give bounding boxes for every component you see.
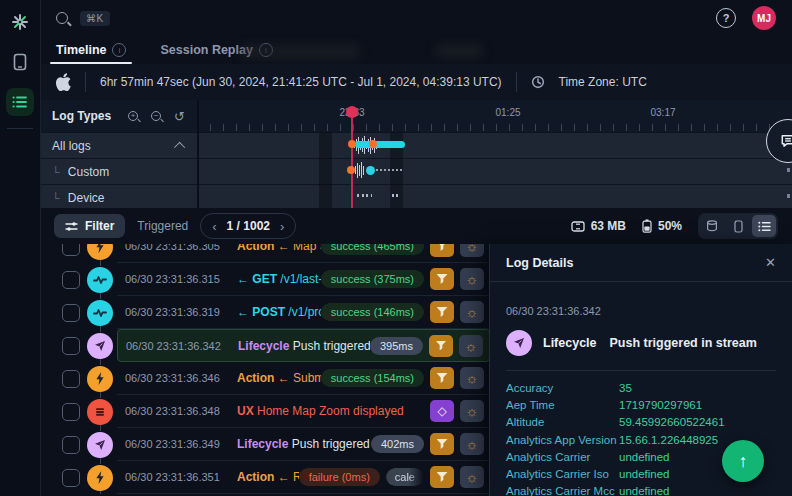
log-timestamp: 06/30 23:31:36.305 (125, 244, 237, 252)
log-settings-button[interactable]: ☼ (460, 400, 484, 422)
row-checkbox[interactable] (62, 271, 80, 289)
log-settings-button[interactable]: ☼ (460, 301, 484, 323)
log-type-device[interactable]: └ Device (40, 184, 197, 210)
filter-by-log-button[interactable]: ◇ (430, 400, 454, 422)
filter-button-label: Filter (85, 219, 114, 233)
row-checkbox[interactable] (62, 304, 80, 322)
help-icon[interactable]: ? (716, 8, 736, 28)
up-arrow-icon: ↑ (739, 451, 748, 472)
detail-field: Analytics Carrier Mccundefined (506, 483, 776, 496)
row-checkbox[interactable] (62, 244, 80, 256)
pager-prev-icon[interactable]: ‹ (212, 220, 216, 233)
pager-count: 1 / 1002 (227, 219, 270, 233)
timeline-gap-stripe (319, 132, 332, 208)
action-icon (87, 366, 113, 392)
lifecycle-icon (87, 432, 113, 458)
track-custom[interactable] (197, 158, 792, 184)
log-settings-button[interactable]: ☼ (459, 335, 483, 357)
left-sidebar (0, 0, 41, 496)
memory-value: 63 MB (591, 219, 626, 233)
moment-marker[interactable] (348, 140, 356, 148)
funnel-icon (437, 307, 448, 317)
sidebar-item-logs[interactable] (6, 88, 34, 116)
timeline-tracks[interactable]: 23:33 01:25 03:17 (197, 100, 792, 208)
divider (85, 72, 86, 92)
divider (506, 370, 776, 371)
session-time-bar: 6hr 57min 47sec (Jun 30, 2024, 21:41:25 … (40, 64, 792, 101)
status-badge: failure (0ms) (299, 468, 380, 486)
action-icon (87, 465, 113, 491)
log-types-panel: Log Types + − ↺ All logs └ Custom └ Devi… (40, 100, 199, 208)
log-type-all-logs[interactable]: All logs (40, 132, 197, 158)
track-device[interactable] (197, 184, 792, 208)
filter-by-log-button[interactable]: ◇ (429, 335, 453, 357)
avatar[interactable]: MJ (752, 6, 776, 30)
phone-icon (734, 220, 743, 233)
lifecycle-icon (87, 333, 113, 359)
ruler-label: 03:17 (650, 107, 675, 118)
info-icon[interactable]: i (112, 43, 126, 57)
lifecycle-icon (506, 330, 532, 356)
row-checkbox[interactable] (62, 436, 80, 454)
row-checkbox[interactable] (62, 337, 80, 355)
event-density-marks (355, 162, 364, 178)
memory-icon (571, 221, 585, 232)
log-type-label: All logs (52, 139, 91, 153)
toggle-data-view[interactable] (700, 215, 724, 237)
sidebar-item-device[interactable] (6, 48, 34, 76)
moment-marker[interactable] (347, 166, 355, 174)
pager-next-icon[interactable]: › (280, 220, 284, 233)
log-settings-button[interactable]: ☼ (460, 367, 484, 389)
row-checkbox[interactable] (62, 469, 80, 487)
duration-badge: 402ms (371, 435, 424, 453)
log-marker[interactable] (366, 166, 375, 175)
session-duration: 6hr 57min 47sec (Jun 30, 2024, 21:41:25 … (100, 75, 502, 89)
log-settings-button[interactable]: ☼ (460, 268, 484, 290)
app-logo[interactable] (6, 8, 34, 36)
log-settings-button[interactable]: ☼ (460, 466, 484, 488)
toggle-list-view[interactable] (752, 215, 776, 237)
battery-icon (642, 219, 652, 233)
row-checkbox[interactable] (62, 403, 80, 421)
tab-timeline-label: Timeline (56, 43, 106, 57)
log-timestamp: 06/30 23:31:36.315 (125, 273, 237, 285)
tab-bar: Timeline i Session Replay i (40, 36, 792, 65)
view-toggle-group (698, 213, 778, 239)
row-checkbox[interactable] (62, 370, 80, 388)
chevron-up-icon[interactable] (174, 141, 185, 152)
log-settings-button[interactable]: ☼ (460, 244, 484, 257)
log-type-custom[interactable]: └ Custom (40, 158, 197, 184)
close-icon[interactable]: ✕ (765, 255, 776, 270)
details-log-type: Lifecycle (543, 336, 597, 350)
log-timestamp: 06/30 23:31:36.349 (125, 438, 237, 450)
filter-by-log-button[interactable]: ◇ (430, 301, 454, 323)
scroll-to-top-button[interactable]: ↑ (722, 440, 764, 482)
filter-by-log-button[interactable]: ◇ (430, 367, 454, 389)
moment-marker[interactable] (369, 140, 377, 148)
zoom-out-icon[interactable]: − (151, 111, 161, 121)
tab-timeline[interactable]: Timeline i (56, 36, 126, 64)
playhead[interactable] (351, 112, 353, 208)
detail-field: Aep Time1719790297961 (506, 396, 776, 413)
log-timestamp: 06/30 23:31:36.348 (125, 405, 237, 417)
filter-by-log-button[interactable]: ◇ (430, 268, 454, 290)
zoom-in-icon[interactable]: + (128, 111, 138, 121)
triggered-label[interactable]: Triggered (137, 219, 188, 233)
top-bar: ⌘K ? MJ (40, 0, 792, 36)
session-span-bar[interactable] (355, 141, 405, 148)
playhead-knob[interactable] (346, 106, 358, 118)
filter-by-log-button[interactable]: ◇ (430, 244, 454, 257)
filter-button[interactable]: Filter (54, 214, 125, 238)
toggle-device-view[interactable] (726, 215, 750, 237)
timeline-ruler[interactable]: 23:33 01:25 03:17 (197, 100, 792, 132)
log-settings-button[interactable]: ☼ (460, 433, 484, 455)
reset-zoom-icon[interactable]: ↺ (174, 110, 185, 123)
battery-value: 50% (658, 219, 682, 233)
search-icon[interactable] (56, 12, 68, 24)
filter-by-log-button[interactable]: ◇ (430, 433, 454, 455)
filter-by-log-button[interactable]: ◇ (430, 466, 454, 488)
log-list-icon (12, 95, 28, 109)
timezone-label: Time Zone: UTC (559, 75, 647, 89)
funnel-icon (436, 341, 447, 351)
track-all-logs[interactable] (197, 132, 792, 158)
